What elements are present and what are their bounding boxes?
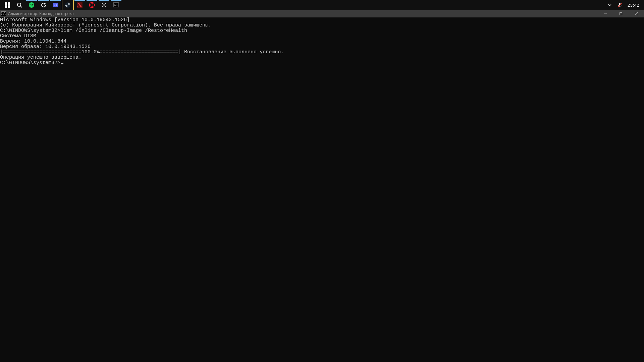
taskbar-app-sync[interactable] [38, 0, 50, 10]
svg-line-30 [105, 3, 106, 4]
console-line: Cистема DISM [0, 34, 644, 39]
console-output[interactable]: Microsoft Windows [Version 10.0.19043.15… [0, 17, 644, 362]
taskbar-left: C:\ [1, 0, 122, 10]
svg-point-13 [68, 4, 69, 4]
console-line: C:\WINDOWS\system32>Dism /Online /Cleanu… [0, 28, 644, 34]
svg-rect-0 [5, 2, 7, 5]
sync-icon [41, 2, 47, 8]
spotify-icon [29, 2, 35, 8]
console-line: [==========================100.0%=======… [0, 50, 644, 55]
svg-text:C:\: C:\ [114, 3, 118, 6]
clock-text: 23:42 [628, 3, 639, 8]
chevron-down-icon [607, 3, 612, 7]
console-line: Операция успешно завершена. [0, 55, 644, 60]
discord-icon [53, 2, 59, 8]
svg-point-21 [91, 3, 93, 7]
svg-line-27 [102, 3, 103, 4]
svg-point-9 [54, 4, 55, 5]
svg-rect-1 [8, 2, 10, 5]
taskbar: C:\ 23:42 [0, 0, 644, 10]
console-line: Версия образа: 10.0.19043.1526 [0, 44, 644, 50]
console-line: Microsoft Windows [Version 10.0.19043.15… [0, 17, 644, 23]
svg-point-10 [56, 4, 57, 5]
cmd-window-icon: C:\ [1, 11, 6, 16]
console-prompt[interactable]: C:\WINDOWS\system32> [0, 60, 644, 66]
svg-rect-37 [620, 13, 622, 15]
minimize-icon [604, 12, 607, 15]
taskbar-app-opera[interactable] [86, 0, 98, 10]
taskbar-app-dota[interactable] [74, 0, 86, 10]
svg-rect-2 [5, 5, 7, 8]
taskbar-app-steam[interactable] [62, 0, 74, 10]
svg-point-22 [103, 4, 105, 6]
search-button[interactable] [13, 0, 25, 10]
svg-rect-3 [8, 5, 10, 8]
svg-point-4 [17, 3, 21, 6]
tray-microphone[interactable] [616, 0, 624, 10]
window-title: Администратор: Командная строка [8, 11, 74, 16]
search-icon [16, 2, 22, 8]
svg-line-5 [20, 6, 22, 7]
tray-clock[interactable]: 23:42 [626, 0, 641, 10]
cmd-icon: C:\ [113, 2, 119, 8]
mic-muted-icon [618, 3, 622, 7]
tray-chevron[interactable] [606, 0, 613, 10]
svg-point-11 [65, 2, 70, 8]
maximize-icon [619, 12, 623, 15]
system-tray: 23:42 [606, 0, 643, 10]
titlebar-left: C:\ Администратор: Командная строка [1, 11, 74, 16]
windows-icon [4, 2, 10, 8]
taskbar-app-spotify[interactable] [25, 0, 38, 10]
svg-line-29 [102, 6, 103, 7]
taskbar-app-cmd[interactable]: C:\ [110, 0, 122, 10]
window-titlebar[interactable]: C:\ Администратор: Командная строка [0, 10, 644, 17]
taskbar-app-settings[interactable] [98, 0, 110, 10]
close-icon [635, 12, 638, 15]
svg-rect-8 [53, 3, 58, 7]
minimize-button[interactable] [598, 10, 613, 17]
dota-icon [77, 2, 83, 8]
svg-line-28 [105, 6, 106, 7]
gear-icon [101, 2, 107, 8]
start-button[interactable] [1, 0, 13, 10]
maximize-button[interactable] [613, 10, 629, 17]
console-line: (c) Корпорация Майкрософт (Microsoft Cor… [0, 23, 644, 28]
window-controls [598, 10, 644, 17]
cursor [61, 63, 63, 64]
opera-icon [89, 2, 95, 8]
console-line: Версия: 10.0.19041.844 [0, 39, 644, 44]
steam-icon [65, 2, 71, 8]
taskbar-app-discord[interactable] [50, 0, 62, 10]
close-button[interactable] [629, 10, 644, 17]
